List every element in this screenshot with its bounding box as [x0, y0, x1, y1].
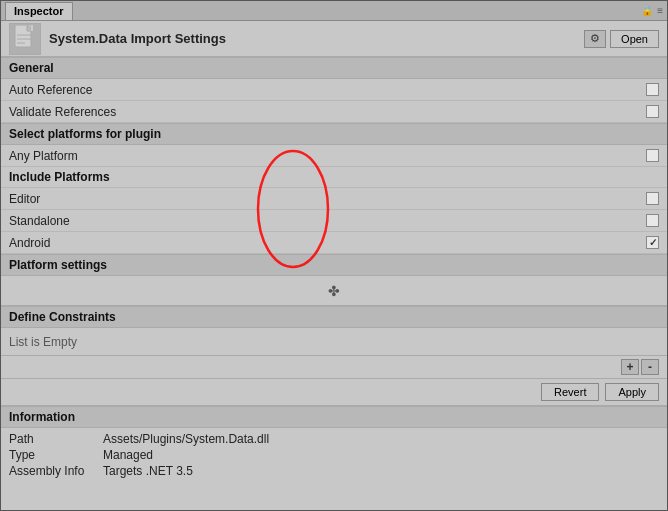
select-platforms-section-header: Select platforms for plugin — [1, 123, 667, 145]
standalone-platform-checkbox[interactable] — [646, 214, 659, 227]
editor-platform-label: Editor — [9, 192, 40, 206]
android-platform-label: Android — [9, 236, 50, 250]
main-content: General Auto Reference Validate Referenc… — [1, 57, 667, 511]
plugin-icon — [9, 23, 41, 55]
any-platform-label: Any Platform — [9, 149, 78, 163]
settings-icon: ⚙ — [590, 32, 600, 45]
info-type-value: Managed — [103, 448, 153, 462]
auto-reference-label: Auto Reference — [9, 83, 92, 97]
apply-button[interactable]: Apply — [605, 383, 659, 401]
inspector-tab-label: Inspector — [14, 5, 64, 17]
title-bar: Inspector 🔒 ≡ — [1, 1, 667, 21]
header-row: System.Data Import Settings ⚙ Open — [1, 21, 667, 57]
include-platforms-label: Include Platforms — [1, 167, 667, 188]
auto-reference-checkbox[interactable] — [646, 83, 659, 96]
any-platform-checkbox[interactable] — [646, 149, 659, 162]
info-path-value: Assets/Plugins/System.Data.dll — [103, 432, 269, 446]
list-empty-label: List is Empty — [9, 335, 77, 349]
information-content: Path Assets/Plugins/System.Data.dll Type… — [1, 428, 667, 484]
info-path-row: Path Assets/Plugins/System.Data.dll — [9, 432, 659, 446]
validate-references-label: Validate References — [9, 105, 116, 119]
remove-constraint-button[interactable]: - — [641, 359, 659, 375]
platform-settings-content: ✤ — [1, 276, 667, 306]
general-section-header: General — [1, 57, 667, 79]
information-section-header: Information — [1, 406, 667, 428]
svg-rect-2 — [31, 25, 33, 31]
android-platform-checkbox[interactable] — [646, 236, 659, 249]
pin-icon: ✤ — [328, 283, 340, 299]
info-assembly-value: Targets .NET 3.5 — [103, 464, 193, 478]
revert-apply-row: Revert Apply — [1, 379, 667, 406]
open-button[interactable]: Open — [610, 30, 659, 48]
settings-icon-btn[interactable]: ⚙ — [584, 30, 606, 48]
auto-reference-row: Auto Reference — [1, 79, 667, 101]
menu-icon[interactable]: ≡ — [657, 5, 663, 16]
revert-button[interactable]: Revert — [541, 383, 599, 401]
info-type-row: Type Managed — [9, 448, 659, 462]
inspector-tab[interactable]: Inspector — [5, 2, 73, 20]
define-constraints-section-header: Define Constraints — [1, 306, 667, 328]
any-platform-row: Any Platform — [1, 145, 667, 167]
info-assembly-row: Assembly Info Targets .NET 3.5 — [9, 464, 659, 478]
editor-platform-checkbox[interactable] — [646, 192, 659, 205]
standalone-platform-row: Standalone — [1, 210, 667, 232]
android-platform-row: Android — [1, 232, 667, 254]
validate-references-row: Validate References — [1, 101, 667, 123]
standalone-platform-label: Standalone — [9, 214, 70, 228]
info-path-key: Path — [9, 432, 99, 446]
platform-settings-section-header: Platform settings — [1, 254, 667, 276]
constraints-content: List is Empty — [1, 328, 667, 356]
editor-platform-row: Editor — [1, 188, 667, 210]
add-constraint-button[interactable]: + — [621, 359, 639, 375]
validate-references-checkbox[interactable] — [646, 105, 659, 118]
add-remove-row: + - — [1, 356, 667, 379]
header-title: System.Data Import Settings — [49, 31, 226, 46]
info-assembly-key: Assembly Info — [9, 464, 99, 478]
info-type-key: Type — [9, 448, 99, 462]
lock-icon[interactable]: 🔒 — [641, 5, 653, 16]
